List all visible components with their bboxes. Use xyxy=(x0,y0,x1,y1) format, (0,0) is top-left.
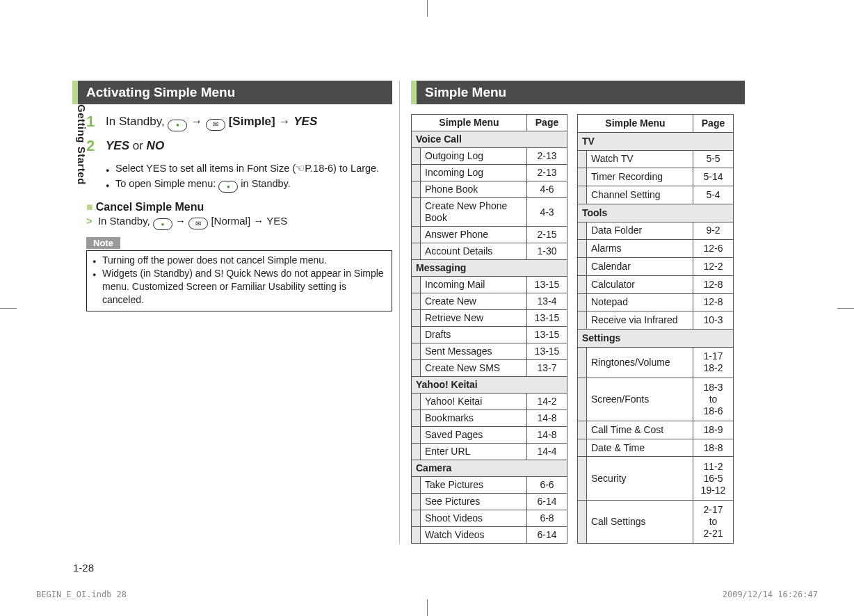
step1-simple: [Simple] xyxy=(229,115,275,128)
simple-menu-table-2: Simple Menu Page TVWatch TV5-5Timer Reco… xyxy=(577,114,734,544)
table-row: Account Details1-30 xyxy=(412,243,567,260)
indent-cell xyxy=(412,394,421,410)
step-number: 1 xyxy=(86,114,106,131)
menu-item-cell: Shoot Videos xyxy=(421,510,527,527)
th-page: Page xyxy=(693,115,734,133)
table-row: Voice Call xyxy=(412,131,567,148)
table-row: Ringtones/Volume1-17 18-2 xyxy=(578,347,734,378)
table-row: Outgoing Log2-13 xyxy=(412,148,567,165)
step-body: In Standby, → [Simple] → YES xyxy=(106,114,392,131)
page-ref-cell: 2-17 to 2-21 xyxy=(693,500,734,543)
indent-cell xyxy=(412,148,421,165)
menu-item-cell: Outgoing Log xyxy=(421,148,527,165)
mail-key-icon xyxy=(188,218,208,229)
indent-cell xyxy=(578,311,587,330)
crop-mark xyxy=(837,300,854,316)
page-ref-cell: 6-14 xyxy=(527,494,567,510)
page-ref-cell: 18-3 to 18-6 xyxy=(693,378,734,421)
table-row: Calendar12-2 xyxy=(578,258,734,276)
note-box: Turning off the power does not cancel Si… xyxy=(86,250,392,311)
menu-item-cell: Yahoo! Keitai xyxy=(421,394,527,410)
menu-item-cell: Create New xyxy=(421,293,527,310)
step2-bullets: Select YES to set all items in Font Size… xyxy=(106,161,392,193)
category-cell: Messaging xyxy=(412,260,567,277)
table-row: Tools xyxy=(578,204,734,222)
menu-item-cell: Retrieve New xyxy=(421,310,527,327)
menu-item-cell: Calendar xyxy=(587,258,693,276)
indent-cell xyxy=(412,227,421,243)
menu-item-cell: Notepad xyxy=(587,293,693,311)
heading-text: Simple Menu xyxy=(417,81,745,104)
section-heading-activating: Activating Simple Menu xyxy=(72,81,392,104)
indent-cell xyxy=(578,150,587,168)
indent-cell xyxy=(412,360,421,377)
heading-accent xyxy=(72,81,78,104)
bullet-item: To open Simple menu: in Standby. xyxy=(106,176,392,193)
txt: Large xyxy=(351,163,376,174)
column-divider xyxy=(399,81,400,544)
indent-cell xyxy=(412,410,421,427)
txt: . xyxy=(376,163,379,174)
mail-key-icon xyxy=(206,119,225,131)
menu-item-cell: Create New SMS xyxy=(421,360,527,377)
indent-cell xyxy=(412,494,421,510)
square-icon: ■ xyxy=(86,201,93,213)
table-row: Timer Recording5-14 xyxy=(578,168,734,186)
table-header-row: Simple Menu Page xyxy=(412,115,567,131)
arrow-icon: → xyxy=(175,215,188,227)
table-row: See Pictures6-14 xyxy=(412,494,567,510)
menu-item-cell: Take Pictures xyxy=(421,477,527,494)
menu-item-cell: Enter URL xyxy=(421,444,527,460)
page-ref-cell: 14-2 xyxy=(527,394,567,410)
table-row: Bookmarks14-8 xyxy=(412,410,567,427)
menu-item-cell: Drafts xyxy=(421,327,527,343)
table-row: Drafts13-15 xyxy=(412,327,567,343)
page-ref-cell: 13-15 xyxy=(527,327,567,343)
table-row: Messaging xyxy=(412,260,567,277)
table-row: Yahoo! Keitai xyxy=(412,377,567,394)
page-number: 1-28 xyxy=(73,562,94,574)
step-1: 1 In Standby, → [Simple] → YES xyxy=(86,114,392,131)
th-menu: Simple Menu xyxy=(578,115,693,133)
page-ref-cell: 13-7 xyxy=(527,360,567,377)
category-cell: Tools xyxy=(578,204,734,222)
page-ref-cell: 4-3 xyxy=(527,198,567,227)
table-row: Alarms12-6 xyxy=(578,240,734,258)
page-ref-cell: 10-3 xyxy=(693,311,734,330)
indent-cell xyxy=(412,165,421,181)
menu-item-cell: Calculator xyxy=(587,275,693,293)
step-2: 2 YES or NO xyxy=(86,138,392,154)
menu-item-cell: Sent Messages xyxy=(421,343,527,360)
table-row: Shoot Videos6-8 xyxy=(412,510,567,527)
right-column: Simple Menu Simple Menu Page Voice CallO… xyxy=(411,81,745,544)
heading-text: Activating Simple Menu xyxy=(78,81,392,104)
table-row: Notepad12-8 xyxy=(578,293,734,311)
page-ref-cell: 6-6 xyxy=(527,477,567,494)
chevron-icon: > xyxy=(86,215,92,227)
heading-accent xyxy=(411,81,417,104)
table-row: Camera xyxy=(412,460,567,477)
indent-cell xyxy=(412,477,421,494)
table-row: TV xyxy=(578,132,734,150)
indent-cell xyxy=(412,327,421,343)
page-ref-cell: 13-15 xyxy=(527,343,567,360)
indent-cell xyxy=(578,293,587,311)
indent-cell xyxy=(578,421,587,439)
menu-item-cell: See Pictures xyxy=(421,494,527,510)
indent-cell xyxy=(412,198,421,227)
page-ref-cell: 5-4 xyxy=(693,186,734,204)
indent-cell xyxy=(412,310,421,327)
indent-cell xyxy=(578,168,587,186)
step2-yes: YES xyxy=(106,139,129,152)
category-cell: Settings xyxy=(578,330,734,348)
indent-cell xyxy=(578,186,587,204)
table-row: Screen/Fonts18-3 to 18-6 xyxy=(578,378,734,421)
table-row: Incoming Log2-13 xyxy=(412,165,567,181)
th-menu: Simple Menu xyxy=(412,115,527,131)
page-ref-cell: 18-8 xyxy=(693,439,734,457)
page-ref-cell: 2-13 xyxy=(527,148,567,165)
step2-or: or xyxy=(133,139,147,152)
page-ref-cell: 4-6 xyxy=(527,181,567,198)
page-ref-cell: 2-15 xyxy=(527,227,567,243)
menu-item-cell: Watch Videos xyxy=(421,527,527,544)
